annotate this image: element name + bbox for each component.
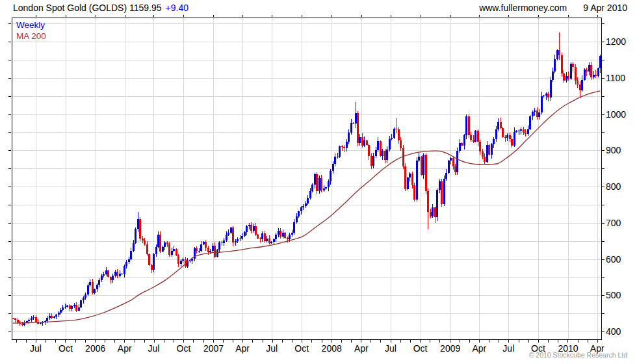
candle-body	[495, 129, 497, 139]
candle-body	[46, 318, 48, 321]
candle-body	[432, 207, 434, 216]
chart-canvas: 400500600700800900100011001200JulOct2006…	[0, 0, 637, 364]
gold-weekly-chart-page: London Spot Gold (GOLDS) 1159.95+9.40 ww…	[0, 0, 637, 364]
candle-body	[515, 131, 517, 132]
candle-body	[94, 289, 96, 293]
candle-body	[465, 116, 467, 135]
copyright-text: © 2010 Stockcube Research Ltd	[529, 351, 627, 359]
candle-body	[441, 181, 443, 204]
candle-body	[116, 272, 118, 276]
candle-body	[359, 137, 361, 143]
candle-body	[361, 137, 363, 146]
candle-body	[309, 191, 311, 198]
candle-body	[454, 166, 456, 172]
candle-body	[375, 150, 377, 156]
candle-body	[363, 140, 365, 146]
candle-body	[328, 181, 330, 187]
chart-legend: Weekly MA 200	[16, 20, 46, 42]
candle-body	[168, 244, 170, 255]
candle-body	[413, 185, 415, 200]
candle-body	[318, 178, 320, 191]
candle-body	[157, 235, 159, 247]
candle-body	[593, 75, 595, 77]
candle-body	[246, 226, 248, 232]
candle-body	[253, 226, 255, 231]
x-axis-label: Apr	[472, 343, 486, 354]
candle-body	[541, 96, 543, 112]
candle-body	[264, 233, 266, 241]
candle-body	[357, 113, 359, 143]
candle-body	[400, 140, 402, 148]
x-axis-label: Jul	[30, 343, 42, 354]
candle-body	[443, 179, 445, 204]
candle-body	[307, 198, 309, 203]
plot-border	[12, 18, 602, 340]
candle-body	[69, 306, 71, 309]
candle-body	[320, 178, 322, 190]
candle-body	[514, 132, 515, 146]
candle-body	[35, 317, 37, 322]
ma-200-line	[13, 91, 601, 323]
y-axis-label: 500	[606, 290, 621, 300]
candle-body	[266, 239, 268, 241]
candle-body	[523, 129, 525, 133]
candles	[12, 32, 601, 326]
candle-body	[207, 248, 209, 252]
candle-body	[448, 161, 450, 173]
candle-body	[409, 174, 411, 177]
candle-body	[84, 294, 86, 298]
candle-body	[268, 239, 270, 243]
candle-body	[434, 207, 436, 217]
x-axis-label: Apr	[118, 343, 132, 354]
candle-body	[468, 116, 470, 135]
x-axis-label: 2009	[440, 343, 460, 354]
candle-body	[543, 96, 545, 96]
candle-body	[502, 128, 504, 137]
candle-body	[452, 158, 454, 166]
candle-body	[588, 65, 590, 72]
candle-body	[355, 113, 357, 124]
candle-body	[261, 233, 263, 239]
candle-body	[570, 64, 572, 79]
candle-body	[124, 266, 125, 274]
legend-item-weekly: Weekly	[16, 20, 46, 31]
candle-body	[520, 129, 522, 131]
candle-body	[372, 156, 374, 166]
candle-body	[203, 242, 205, 244]
candle-body	[139, 219, 141, 239]
x-axis-label: Oct	[177, 343, 191, 354]
candle-body	[330, 171, 332, 181]
candle-body	[241, 236, 243, 239]
candle-body	[316, 174, 318, 191]
candle-body	[226, 235, 228, 240]
y-axis-label: 1000	[606, 109, 626, 120]
candle-body	[370, 156, 372, 166]
candle-body	[404, 166, 406, 189]
candle-body	[586, 70, 588, 72]
candle-body	[216, 250, 218, 257]
candle-body	[368, 145, 370, 156]
candle-body	[411, 174, 413, 185]
legend-item-ma200: MA 200	[16, 31, 46, 42]
candle-body	[200, 244, 202, 251]
y-axis-label: 400	[606, 326, 621, 337]
candle-body	[341, 146, 343, 147]
x-axis-labels: JulOct2006AprJulOct2007AprJulOct2008AprJ…	[30, 343, 604, 354]
candle-body	[114, 272, 116, 276]
candle-body	[155, 247, 157, 254]
y-axis-label: 900	[606, 145, 621, 155]
axis-ticks	[8, 15, 604, 343]
candle-body	[144, 240, 146, 244]
candle-body	[506, 135, 508, 138]
candle-body	[176, 249, 177, 255]
candle-body	[334, 157, 336, 164]
candle-body	[389, 139, 391, 150]
candle-body	[300, 207, 302, 211]
candle-body	[518, 131, 520, 131]
candle-body	[298, 211, 300, 216]
candle-body	[339, 146, 341, 157]
candle-body	[232, 228, 234, 242]
candle-body	[479, 142, 481, 151]
candle-body	[529, 116, 531, 129]
candle-body	[382, 151, 384, 156]
